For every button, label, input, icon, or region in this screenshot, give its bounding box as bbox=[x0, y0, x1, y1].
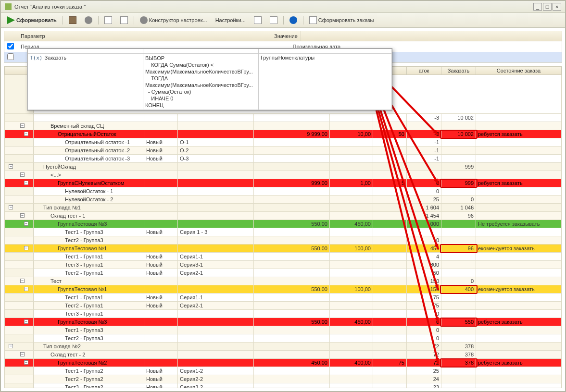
doc-icon bbox=[120, 16, 128, 24]
grid-row[interactable]: НулевойОстаток - 2250 bbox=[5, 196, 562, 204]
grid-row[interactable]: −ГруппаТестовая №2450,00400,007572378реб… bbox=[5, 359, 562, 367]
tree-toggle[interactable]: − bbox=[20, 279, 25, 283]
grid-row[interactable]: Тест1 - Группа30 bbox=[5, 326, 562, 334]
report-area[interactable]: аток Заказать Состояние заказа -310 002−… bbox=[4, 66, 562, 388]
help-icon bbox=[289, 16, 297, 24]
tree-toggle[interactable]: − bbox=[9, 164, 13, 169]
grid-row[interactable]: Тест1 - Группа3НовыйСерия 1 - 3 bbox=[5, 228, 562, 236]
tree-toggle[interactable]: − bbox=[20, 172, 25, 177]
toolbar-btn-1[interactable] bbox=[65, 14, 80, 26]
param-period-checkbox[interactable] bbox=[7, 43, 14, 49]
param-2-checkbox[interactable] bbox=[7, 53, 14, 60]
toolbar-btn-2[interactable] bbox=[81, 14, 96, 26]
grid-row[interactable]: −Тест1500 bbox=[5, 277, 562, 285]
toolbar-btn-4[interactable] bbox=[117, 14, 131, 26]
formula-popup[interactable]: f(x)Заказать ВЫБОР КОГДА Сумма(Остаток) … bbox=[27, 48, 392, 110]
grid-row[interactable]: −ОтрицательныйОстаток9 999,0010,0050-310… bbox=[5, 130, 562, 138]
wrench-icon bbox=[140, 16, 148, 24]
grid-row[interactable]: Тест1 - Группа2НовыйСерия1-225 bbox=[5, 367, 562, 375]
window-title: Отчет "Анализ точки заказа " bbox=[14, 4, 86, 10]
grid-row[interactable]: −ГруппаТестовая №3550,00450,000550ребует… bbox=[5, 318, 562, 326]
tree-toggle[interactable]: − bbox=[24, 287, 28, 291]
toolbar: Сформировать Конструктор настроек... Нас… bbox=[1, 13, 565, 28]
maximize-button[interactable]: □ bbox=[543, 3, 552, 11]
tree-toggle[interactable]: − bbox=[20, 123, 25, 128]
grid-row[interactable]: −ГруппаСНулевымОстатком999,001,0050999ре… bbox=[5, 179, 562, 187]
grid-row[interactable]: −Склад тест - 272378 bbox=[5, 351, 562, 359]
grid-row[interactable]: Тест3 - Группа2НовыйСерия3-223 bbox=[5, 383, 562, 389]
tree-toggle[interactable]: − bbox=[24, 246, 28, 250]
tree-toggle[interactable]: − bbox=[24, 132, 28, 136]
app-window: Отчет "Анализ точки заказа " _ □ × Сформ… bbox=[0, 0, 566, 392]
doc-icon bbox=[254, 16, 262, 24]
constructor-button[interactable]: Конструктор настроек... bbox=[137, 14, 211, 26]
grid-row[interactable]: −Временный склад СЦ bbox=[5, 122, 562, 130]
toolbar-btn-6[interactable] bbox=[266, 14, 281, 26]
doc-icon bbox=[104, 16, 112, 24]
grid-row[interactable]: Тест3 - Группа1НовыйСерия3-1300 bbox=[5, 261, 562, 269]
grid-row[interactable]: −Тип склада №272378 bbox=[5, 343, 562, 351]
popup-formula: ВЫБОР КОГДА Сумма(Остаток) <Максимум(Мак… bbox=[143, 54, 259, 110]
grid-row[interactable]: Тест2 - Группа30 bbox=[5, 334, 562, 343]
grid-row[interactable]: −Тип склада №11 6041 046 bbox=[5, 204, 562, 212]
grid-row[interactable]: НулевойОстаток - 10 bbox=[5, 187, 562, 196]
grid-row[interactable]: −ГруппаТестовая №1550,00100,00150400еком… bbox=[5, 285, 562, 294]
grid-row[interactable]: -310 002 bbox=[5, 114, 562, 122]
tree-toggle[interactable]: − bbox=[24, 360, 28, 365]
tree-toggle[interactable]: − bbox=[24, 181, 28, 185]
tree-toggle[interactable]: − bbox=[24, 319, 28, 324]
grid-row[interactable]: Тест2 - Группа30 bbox=[5, 236, 562, 245]
doc-icon bbox=[309, 16, 317, 24]
gear-icon bbox=[85, 16, 92, 24]
grid-row[interactable]: Отрицательный остаток -1НовыйО-1-1 bbox=[5, 138, 562, 147]
popup-field-label: f(x)Заказать bbox=[28, 54, 143, 110]
help-button[interactable] bbox=[286, 14, 301, 26]
grid-row[interactable]: Отрицательный остаток -3НовыйО-3-1 bbox=[5, 155, 562, 163]
grid-row[interactable]: Тест2 - Группа1НовыйСерия2-175 bbox=[5, 302, 562, 310]
doc-icon bbox=[270, 16, 277, 24]
grid-row[interactable]: −ПустойСклад999 bbox=[5, 163, 562, 171]
run-icon bbox=[7, 16, 15, 24]
form-button[interactable]: Сформировать bbox=[4, 14, 60, 26]
tree-toggle[interactable]: − bbox=[9, 344, 13, 348]
params-header-param: Параметр bbox=[4, 31, 271, 41]
col-zakazat[interactable]: Заказать bbox=[441, 67, 476, 75]
col-ostatok[interactable]: аток bbox=[407, 67, 441, 75]
grid-row[interactable]: Тест1 - Группа1НовыйСерия1-14 bbox=[5, 253, 562, 261]
tree-toggle[interactable]: − bbox=[20, 213, 25, 218]
tree-toggle[interactable]: − bbox=[24, 221, 28, 226]
grid-row[interactable]: Тест2 - Группа2НовыйСерия2-224 bbox=[5, 375, 562, 383]
grid-row[interactable]: −Склад тест - 11 45496 bbox=[5, 212, 562, 220]
popup-group: ГруппыНоменклатуры bbox=[259, 54, 392, 110]
app-icon bbox=[5, 3, 12, 10]
col-state[interactable]: Состояние заказа bbox=[476, 67, 562, 75]
report-grid: аток Заказать Состояние заказа -310 002−… bbox=[4, 66, 562, 388]
grid-row[interactable]: Тест1 - Группа1НовыйСерия1-175 bbox=[5, 294, 562, 302]
tree-toggle[interactable]: − bbox=[9, 205, 13, 209]
grid-icon bbox=[69, 16, 76, 24]
toolbar-btn-5[interactable] bbox=[251, 14, 265, 26]
minimize-button[interactable]: _ bbox=[533, 3, 542, 11]
grid-row[interactable]: −ГруппаТестовая №1550,00100,0045496екоме… bbox=[5, 245, 562, 253]
grid-row[interactable]: Отрицательный остаток -2НовыйО-2-1 bbox=[5, 147, 562, 155]
titlebar: Отчет "Анализ точки заказа " _ □ × bbox=[1, 1, 565, 13]
form-orders-button[interactable]: Сформировать заказы bbox=[306, 14, 377, 26]
grid-row[interactable]: −<...> bbox=[5, 171, 562, 179]
grid-row[interactable]: Тест3 - Группа10 bbox=[5, 310, 562, 318]
tree-toggle[interactable]: − bbox=[20, 352, 25, 356]
grid-row[interactable]: −ГруппаТестовая №3550,00450,00000Не треб… bbox=[5, 220, 562, 228]
toolbar-btn-3[interactable] bbox=[101, 14, 115, 26]
settings-button[interactable]: Настройки... bbox=[212, 15, 249, 25]
grid-row[interactable]: Тест2 - Группа1НовыйСерия2-150 bbox=[5, 269, 562, 277]
close-button[interactable]: × bbox=[553, 3, 561, 11]
params-header-value: Значение bbox=[271, 31, 301, 41]
